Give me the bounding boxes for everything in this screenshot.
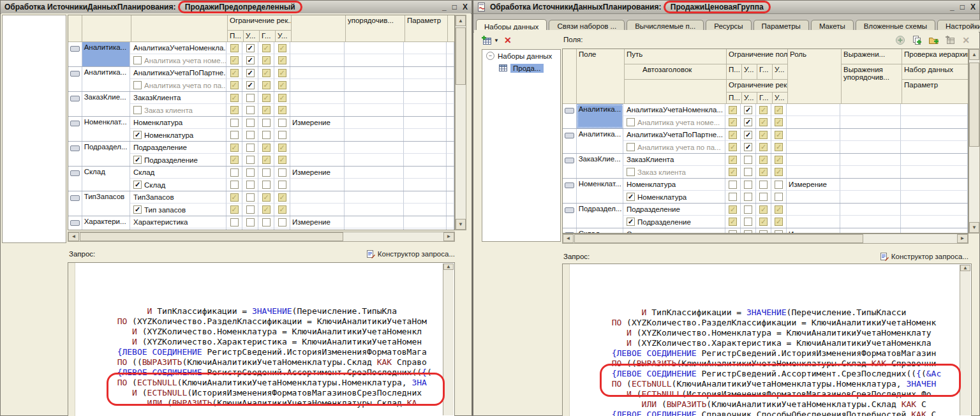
role-cell[interactable] [787, 129, 840, 141]
tree-root-datasets[interactable]: − Наборы данных [482, 50, 560, 62]
restriction-checkbox[interactable]: ✓ [759, 218, 768, 226]
row-handle-cell[interactable] [563, 228, 577, 234]
extra-cell[interactable] [404, 104, 447, 116]
role-cell[interactable] [787, 191, 840, 203]
checkbox-cell[interactable]: ✓ [274, 92, 290, 104]
restriction-checkbox[interactable]: ✓ [775, 143, 783, 151]
field-name-cell[interactable]: Номенклат... [577, 179, 623, 203]
query-builder-link[interactable]: Конструктор запроса... [880, 252, 969, 261]
row-drag-handle-icon[interactable] [70, 195, 80, 201]
checkbox-cell[interactable]: ✓ [771, 141, 787, 153]
extra-cell[interactable] [404, 42, 447, 54]
extra-cell[interactable] [345, 154, 404, 166]
restriction-checkbox[interactable] [230, 131, 239, 139]
restriction-checkbox[interactable]: ✓ [262, 205, 271, 214]
extra-cell[interactable] [901, 216, 968, 228]
extra-cell[interactable] [345, 129, 404, 141]
checkbox-cell[interactable] [741, 154, 756, 166]
path-cell[interactable]: АналитикаУчетаПоПартне... [130, 67, 226, 79]
extra-cell[interactable] [447, 167, 454, 179]
checkbox-cell[interactable] [242, 216, 258, 228]
extra-cell[interactable] [345, 228, 404, 230]
restriction-checkbox[interactable] [278, 181, 286, 189]
title-cell[interactable]: Аналитика учета номе... [130, 54, 226, 66]
title-checkbox[interactable]: ✓ [627, 193, 635, 201]
restriction-checkbox[interactable]: ✓ [230, 44, 239, 52]
restriction-checkbox[interactable] [246, 131, 255, 139]
extra-cell[interactable] [901, 129, 968, 141]
checkbox-cell[interactable] [741, 166, 756, 178]
maximize-button[interactable]: □ [960, 3, 965, 11]
checkbox-cell[interactable]: ✓ [258, 92, 274, 104]
checkbox-cell[interactable]: ✓ [725, 116, 741, 128]
extra-cell[interactable] [447, 129, 454, 141]
restriction-checkbox[interactable]: ✓ [262, 81, 271, 89]
extra-cell[interactable] [840, 116, 901, 128]
restriction-checkbox[interactable]: ✓ [744, 143, 752, 151]
row-handle-cell[interactable] [68, 191, 82, 216]
role-cell[interactable]: Измерение [290, 117, 345, 129]
restriction-checkbox[interactable]: ✓ [230, 205, 239, 214]
path-cell[interactable]: Характеристика [130, 216, 226, 228]
extra-cell[interactable] [901, 179, 968, 191]
checkbox-cell[interactable] [274, 179, 290, 191]
query-vertical-scrollbar[interactable]: ▲ [960, 265, 970, 415]
title-cell[interactable]: ✓Склад [130, 179, 226, 191]
title-cell[interactable]: Аналитика учета по па... [623, 141, 725, 153]
title-cell[interactable]: Аналитика учета номе... [623, 116, 725, 128]
title-checkbox[interactable] [627, 118, 635, 126]
add-field-icon[interactable] [895, 35, 905, 45]
checkbox-cell[interactable]: ✓ [258, 79, 274, 91]
checkbox-cell[interactable]: ✓ [226, 92, 242, 104]
field-name-cell[interactable]: Подраздел... [577, 204, 623, 228]
checkbox-cell[interactable] [258, 129, 274, 141]
role-cell[interactable] [290, 142, 345, 154]
path-cell[interactable]: Номенклатура [623, 179, 725, 191]
scroll-thumb[interactable] [969, 63, 979, 147]
checkbox-cell[interactable]: ✓ [226, 142, 242, 154]
checkbox-cell[interactable]: ✓ [258, 191, 274, 204]
restriction-checkbox[interactable] [246, 168, 255, 177]
row-handle-cell[interactable] [563, 179, 577, 203]
query-editor-left[interactable]: ▲ И ТипКлассификации = ЗНАЧЕНИЕ(Перечисл… [68, 262, 455, 416]
restriction-checkbox[interactable]: ✓ [262, 56, 271, 64]
checkbox-cell[interactable]: ✓ [756, 104, 771, 116]
restriction-checkbox[interactable] [744, 205, 752, 214]
checkbox-cell[interactable] [274, 228, 290, 230]
close-button[interactable]: X [463, 3, 468, 11]
scroll-left-icon[interactable]: ◄ [563, 234, 574, 243]
restriction-checkbox[interactable] [246, 218, 255, 227]
add-dataset-button[interactable]: ▼ [482, 36, 499, 45]
role-cell[interactable] [290, 54, 345, 66]
field-name-cell[interactable]: Подраздел... [82, 142, 130, 166]
field-name-cell[interactable]: Склад [577, 228, 623, 234]
restriction-checkbox[interactable] [278, 119, 286, 127]
restriction-checkbox[interactable]: ✓ [278, 144, 286, 152]
extra-cell[interactable] [345, 104, 404, 116]
checkbox-cell[interactable]: ✓ [226, 79, 242, 91]
path-cell[interactable]: Склад [130, 167, 226, 179]
field-name-cell[interactable]: ЗаказКлие... [82, 92, 130, 116]
checkbox-cell[interactable] [771, 191, 787, 203]
extra-cell[interactable] [404, 216, 447, 228]
path-cell[interactable]: АналитикаУчетаНоменкла... [623, 104, 725, 116]
checkbox-cell[interactable]: ✓ [274, 191, 290, 204]
checkbox-cell[interactable] [258, 216, 274, 228]
checkbox-cell[interactable]: ✓ [274, 142, 290, 154]
checkbox-cell[interactable]: ✓ [274, 154, 290, 166]
extra-cell[interactable] [840, 104, 901, 116]
role-cell[interactable] [290, 104, 345, 116]
title-checkbox[interactable]: ✓ [133, 181, 142, 189]
title-cell[interactable]: ✓Номенклатура [623, 191, 725, 203]
restriction-checkbox[interactable] [759, 193, 768, 201]
role-cell[interactable] [290, 79, 345, 91]
restriction-checkbox[interactable]: ✓ [775, 205, 783, 214]
restriction-checkbox[interactable]: ✓ [262, 193, 271, 202]
role-cell[interactable] [290, 92, 345, 104]
restriction-checkbox[interactable] [759, 181, 768, 189]
path-cell[interactable]: Номенклатура [130, 117, 226, 129]
scroll-down-icon[interactable]: ▼ [456, 219, 466, 230]
restriction-checkbox[interactable]: ✓ [230, 69, 239, 77]
restriction-checkbox[interactable] [278, 168, 286, 177]
extra-cell[interactable] [447, 42, 454, 54]
